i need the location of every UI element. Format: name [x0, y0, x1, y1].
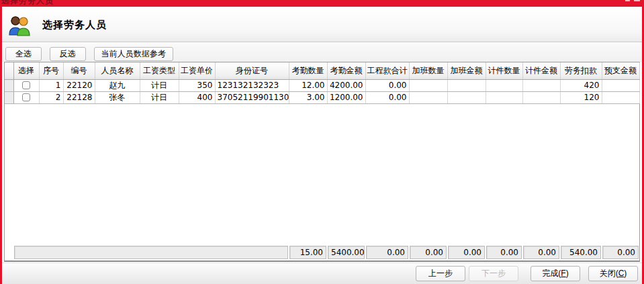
dialog-header: 选择劳务人员: [2, 7, 642, 42]
cell-unit-price: 350: [179, 79, 215, 91]
row-indicator[interactable]: [5, 79, 13, 91]
cell-piece-qty: [486, 91, 522, 103]
cell-piece-amount: [522, 91, 560, 103]
cell-attendance-amount: 4200.00: [327, 79, 365, 91]
cell-project-total: 0.00: [365, 79, 409, 91]
col-header-project-total[interactable]: 工程款合计: [365, 62, 409, 79]
total-overtime-qty: 0.00: [410, 246, 447, 259]
cell-code: 22128: [63, 91, 95, 103]
cell-code: 22120: [63, 79, 95, 91]
previous-step-button[interactable]: 上一步: [416, 266, 465, 281]
table-header-row: 选择 序号 编号 人员名称 工资类型 工资单价 身份证号 考勤数量 考勤金额 工…: [5, 62, 639, 79]
cell-id-number: 370521199011304019: [215, 91, 289, 103]
cell-overtime-amount: [447, 91, 486, 103]
cell-advance-amount: [602, 91, 639, 103]
footer-bar: 上一步 下一步 完成(F) 关闭(C): [2, 263, 642, 284]
cell-name: 赵九: [95, 79, 140, 91]
total-overtime-amount: 0.00: [448, 246, 485, 259]
col-header-piece-amount[interactable]: 计件金额: [522, 62, 560, 79]
col-header-piece-qty[interactable]: 计件数量: [486, 62, 522, 79]
select-all-button[interactable]: 全选: [5, 47, 42, 61]
cell-seq: 2: [39, 91, 63, 103]
col-header-seq[interactable]: 序号: [39, 62, 63, 79]
col-header-wage-type[interactable]: 工资类型: [140, 62, 179, 79]
total-advance-amount: 0.00: [602, 246, 639, 259]
table-row[interactable]: 1 22120 赵九 计日 350 123132132323 12.00 420…: [5, 79, 639, 91]
two-users-icon: [8, 15, 31, 36]
cell-overtime-amount: [447, 79, 486, 91]
col-header-name[interactable]: 人员名称: [95, 62, 140, 79]
total-piece-qty: 0.00: [486, 246, 522, 259]
col-header-attendance-amount[interactable]: 考勤金额: [327, 62, 365, 79]
col-header-overtime-amount[interactable]: 加班金额: [447, 62, 486, 79]
col-header-code[interactable]: 编号: [63, 62, 95, 79]
cell-attendance-amount: 1200.00: [327, 91, 365, 103]
totals-row: 15.00 5400.00 0.00 0.00 0.00 0.00 0.00 5…: [5, 244, 639, 260]
row-checkbox[interactable]: [22, 93, 30, 101]
total-labor-deduction: 540.00: [561, 246, 601, 259]
cell-id-number: 123132132323: [215, 79, 289, 91]
grid-empty-area: [5, 104, 639, 245]
cell-advance-amount: [602, 79, 639, 91]
window-border-left: [0, 7, 2, 284]
cell-labor-deduction: 420: [560, 79, 602, 91]
total-piece-amount: 0.00: [523, 246, 559, 259]
next-step-button: 下一步: [469, 266, 518, 281]
cell-seq: 1: [39, 79, 63, 91]
cell-wage-type: 计日: [140, 91, 179, 103]
total-attendance-qty: 15.00: [289, 246, 326, 259]
cell-overtime-qty: [409, 91, 447, 103]
cell-name: 张冬: [95, 91, 140, 103]
invert-selection-button[interactable]: 反选: [50, 47, 86, 61]
col-header-advance-amount[interactable]: 预支金额: [602, 62, 639, 79]
row-indicator-header: [5, 62, 13, 79]
cell-piece-amount: [522, 79, 560, 91]
col-header-labor-deduction[interactable]: 劳务扣款: [560, 62, 602, 79]
window-titlebar: 选择劳务人员: [0, 0, 644, 7]
page-title: 选择劳务人员: [42, 19, 107, 32]
cell-labor-deduction: 120: [560, 91, 602, 103]
total-project-total: 0.00: [366, 246, 408, 259]
col-header-unit-price[interactable]: 工资单价: [179, 62, 215, 79]
col-header-attendance-qty[interactable]: 考勤数量: [289, 62, 327, 79]
col-header-select[interactable]: 选择: [13, 62, 39, 79]
totals-spacer-field: [14, 246, 288, 259]
cell-unit-price: 400: [179, 91, 215, 103]
titlebar-text-fragment: 选择劳务人员: [1, 0, 54, 7]
cell-attendance-qty: 3.00: [289, 91, 327, 103]
close-button[interactable]: 关闭(C): [588, 266, 638, 281]
col-header-id-number[interactable]: 身份证号: [215, 62, 289, 79]
cell-project-total: 0.00: [365, 91, 409, 103]
current-personnel-data-reference-button[interactable]: 当前人员数据参考: [94, 47, 173, 61]
cell-overtime-qty: [409, 79, 447, 91]
toolbar: 全选 反选 当前人员数据参考: [2, 43, 642, 62]
cell-piece-qty: [486, 79, 522, 91]
col-header-overtime-qty[interactable]: 加班数量: [409, 62, 447, 79]
personnel-table: 选择 序号 编号 人员名称 工资类型 工资单价 身份证号 考勤数量 考勤金额 工…: [4, 62, 640, 262]
cell-attendance-qty: 12.00: [289, 79, 327, 91]
cell-wage-type: 计日: [140, 79, 179, 91]
window-control-fragment-icon[interactable]: [625, 0, 630, 1]
row-checkbox[interactable]: [22, 81, 30, 89]
window-control-fragment-icon[interactable]: [634, 0, 640, 1]
finish-button[interactable]: 完成(F): [531, 266, 580, 281]
total-attendance-amount: 5400.00: [328, 246, 365, 259]
table-row[interactable]: 2 22128 张冬 计日 400 370521199011304019 3.0…: [5, 91, 639, 103]
row-indicator[interactable]: [5, 91, 13, 103]
